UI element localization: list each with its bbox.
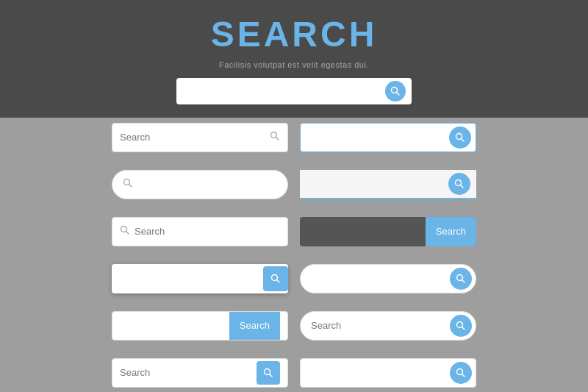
search-input-5r[interactable] xyxy=(311,320,450,331)
search-button-4l[interactable] xyxy=(263,266,288,291)
search-input-2l[interactable] xyxy=(137,179,277,190)
svg-line-5 xyxy=(462,138,465,141)
search-button-5r[interactable] xyxy=(450,315,472,337)
search-button-6l[interactable] xyxy=(257,361,280,385)
search-input-6r[interactable] xyxy=(309,367,450,378)
search-bar-5l: Search xyxy=(112,311,288,341)
svg-line-9 xyxy=(461,185,464,188)
search-button-3r[interactable]: Search xyxy=(426,217,476,246)
svg-line-21 xyxy=(462,374,465,377)
svg-line-1 xyxy=(397,92,400,95)
search-bar-1r xyxy=(300,123,476,152)
search-bar-3l xyxy=(112,217,288,246)
search-bar-1l xyxy=(112,123,288,152)
search-button-4r[interactable] xyxy=(450,268,472,290)
search-button-1r[interactable] xyxy=(449,126,471,149)
search-button-6r[interactable] xyxy=(450,362,472,384)
search-bar-6l xyxy=(112,358,288,388)
search-input-4r[interactable] xyxy=(311,273,450,284)
search-icon-2l xyxy=(123,178,133,190)
search-input-4l[interactable] xyxy=(121,273,263,284)
search-bar-2l xyxy=(112,170,288,199)
search-input-6l[interactable] xyxy=(120,367,257,378)
main-search-bar xyxy=(176,78,412,104)
search-icon-1l xyxy=(270,131,280,143)
svg-line-13 xyxy=(277,279,280,282)
subtitle: Facilisis volutpat est velit egestas dui… xyxy=(219,60,369,69)
main-title: SEARCH xyxy=(211,14,378,54)
main-search-button[interactable] xyxy=(385,81,406,101)
search-bars-grid: Search Search xyxy=(112,123,476,388)
top-section: SEARCH Facilisis volutpat est velit eges… xyxy=(0,0,588,118)
svg-line-15 xyxy=(462,279,465,282)
svg-line-17 xyxy=(462,327,465,329)
search-input-3r[interactable] xyxy=(309,226,426,237)
search-bar-4r xyxy=(300,264,476,293)
bottom-section: Search Search xyxy=(0,118,588,392)
main-search-input[interactable] xyxy=(185,85,385,96)
svg-line-11 xyxy=(126,232,129,235)
svg-line-3 xyxy=(276,138,279,140)
search-input-5l[interactable] xyxy=(120,320,229,331)
search-input-2r[interactable] xyxy=(309,178,448,189)
search-bar-4l xyxy=(112,264,288,293)
search-bar-3r: Search xyxy=(300,217,476,246)
search-input-1r[interactable] xyxy=(309,132,449,143)
search-input-3l[interactable] xyxy=(135,226,280,237)
search-button-2r[interactable] xyxy=(448,173,470,195)
search-button-5l[interactable]: Search xyxy=(229,311,280,341)
search-bar-6r xyxy=(300,358,476,388)
search-bar-2r xyxy=(300,170,476,199)
search-input-1l[interactable] xyxy=(120,132,267,143)
search-bar-5r xyxy=(300,311,476,341)
search-icon-3l xyxy=(120,225,130,238)
svg-line-19 xyxy=(270,374,273,377)
svg-line-7 xyxy=(129,185,132,188)
